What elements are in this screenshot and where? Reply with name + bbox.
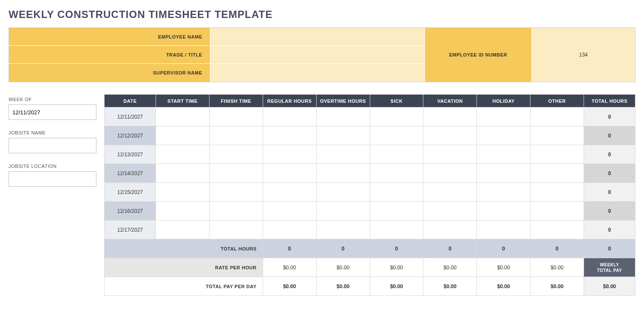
cell-finish[interactable] — [209, 145, 263, 164]
table-row: 12/12/20270 — [105, 126, 635, 145]
cell-regular[interactable] — [263, 164, 316, 183]
col-header-sick: SICK — [370, 95, 423, 107]
cell-holiday[interactable] — [477, 107, 530, 126]
page-title: WEEKLY CONSTRUCTION TIMESHEET TEMPLATE — [9, 9, 635, 21]
rate-label: RATE PER HOUR — [105, 258, 263, 277]
cell-overtime[interactable] — [316, 145, 370, 164]
col-header-total: TOTAL HOURS — [584, 95, 635, 107]
cell-overtime[interactable] — [316, 164, 370, 183]
rate-overtime[interactable]: $0.00 — [316, 258, 370, 277]
employee-name-label: EMPLOYEE NAME — [9, 28, 210, 45]
cell-sick[interactable] — [370, 107, 423, 126]
cell-vacation[interactable] — [423, 202, 477, 221]
cell-sick[interactable] — [370, 126, 423, 145]
cell-start[interactable] — [156, 202, 210, 221]
cell-holiday[interactable] — [477, 221, 530, 239]
cell-vacation[interactable] — [423, 107, 477, 126]
employee-info-block: EMPLOYEE NAME TRADE / TITLE SUPERVISOR N… — [9, 27, 635, 82]
cell-finish[interactable] — [209, 221, 263, 239]
table-row: 12/15/20270 — [105, 183, 635, 202]
table-row: 12/14/20270 — [105, 164, 635, 183]
cell-sick[interactable] — [370, 202, 423, 221]
cell-start[interactable] — [156, 164, 210, 183]
jobsite-location-input[interactable] — [9, 171, 96, 187]
cell-overtime[interactable] — [316, 126, 370, 145]
col-header-vacation: VACATION — [423, 95, 477, 107]
cell-finish[interactable] — [209, 107, 263, 126]
cell-overtime[interactable] — [316, 202, 370, 221]
cell-total: 0 — [584, 107, 635, 126]
cell-sick[interactable] — [370, 221, 423, 239]
cell-finish[interactable] — [209, 126, 263, 145]
cell-date: 12/17/2027 — [105, 221, 156, 239]
cell-finish[interactable] — [209, 202, 263, 221]
supervisor-name-value[interactable] — [210, 64, 425, 82]
cell-date: 12/15/2027 — [105, 183, 156, 202]
cell-overtime[interactable] — [316, 221, 370, 239]
cell-other[interactable] — [530, 145, 584, 164]
table-row: 12/11/20270 — [105, 107, 635, 126]
cell-start[interactable] — [156, 183, 210, 202]
sidebar: WEEK OF JOBSITE NAME JOBSITE LOCATION — [9, 94, 96, 296]
cell-total: 0 — [584, 183, 635, 202]
cell-vacation[interactable] — [423, 164, 477, 183]
cell-other[interactable] — [530, 183, 584, 202]
cell-other[interactable] — [530, 126, 584, 145]
cell-start[interactable] — [156, 221, 210, 239]
rate-sick[interactable]: $0.00 — [370, 258, 423, 277]
col-header-other: OTHER — [530, 95, 584, 107]
cell-date: 12/11/2027 — [105, 107, 156, 126]
cell-vacation[interactable] — [423, 126, 477, 145]
cell-vacation[interactable] — [423, 145, 477, 164]
cell-holiday[interactable] — [477, 183, 530, 202]
col-header-date: DATE — [105, 95, 156, 107]
cell-regular[interactable] — [263, 145, 316, 164]
rate-holiday[interactable]: $0.00 — [477, 258, 530, 277]
col-header-holiday: HOLIDAY — [477, 95, 530, 107]
cell-other[interactable] — [530, 221, 584, 239]
employee-name-value[interactable] — [210, 28, 425, 45]
employee-id-value[interactable]: 134 — [532, 28, 635, 82]
trade-title-value[interactable] — [210, 46, 425, 63]
cell-sick[interactable] — [370, 183, 423, 202]
cell-holiday[interactable] — [477, 145, 530, 164]
cell-regular[interactable] — [263, 107, 316, 126]
rate-other[interactable]: $0.00 — [530, 258, 584, 277]
cell-sick[interactable] — [370, 145, 423, 164]
row-total-hours: TOTAL HOURS 0 0 0 0 0 0 0 — [105, 239, 635, 258]
week-of-label: WEEK OF — [9, 97, 96, 102]
cell-regular[interactable] — [263, 183, 316, 202]
total-other: 0 — [530, 239, 584, 258]
supervisor-name-label: SUPERVISOR NAME — [9, 64, 210, 82]
cell-regular[interactable] — [263, 202, 316, 221]
cell-other[interactable] — [530, 202, 584, 221]
cell-start[interactable] — [156, 126, 210, 145]
cell-overtime[interactable] — [316, 183, 370, 202]
week-of-input[interactable] — [9, 104, 96, 120]
cell-vacation[interactable] — [423, 183, 477, 202]
col-header-regular: REGULAR HOURS — [263, 95, 316, 107]
cell-holiday[interactable] — [477, 126, 530, 145]
cell-start[interactable] — [156, 145, 210, 164]
total-regular: 0 — [263, 239, 316, 258]
cell-other[interactable] — [530, 107, 584, 126]
cell-date: 12/14/2027 — [105, 164, 156, 183]
cell-other[interactable] — [530, 164, 584, 183]
cell-start[interactable] — [156, 107, 210, 126]
rate-vacation[interactable]: $0.00 — [423, 258, 477, 277]
total-grand: 0 — [584, 239, 635, 258]
jobsite-name-input[interactable] — [9, 138, 96, 153]
cell-sick[interactable] — [370, 164, 423, 183]
cell-vacation[interactable] — [423, 221, 477, 239]
cell-holiday[interactable] — [477, 202, 530, 221]
row-rate: RATE PER HOUR $0.00 $0.00 $0.00 $0.00 $0… — [105, 258, 635, 277]
cell-finish[interactable] — [209, 183, 263, 202]
cell-holiday[interactable] — [477, 164, 530, 183]
cell-regular[interactable] — [263, 221, 316, 239]
pay-other: $0.00 — [530, 277, 584, 296]
cell-regular[interactable] — [263, 126, 316, 145]
cell-finish[interactable] — [209, 164, 263, 183]
rate-regular[interactable]: $0.00 — [263, 258, 316, 277]
total-hours-label: TOTAL HOURS — [105, 239, 263, 258]
cell-overtime[interactable] — [316, 107, 370, 126]
